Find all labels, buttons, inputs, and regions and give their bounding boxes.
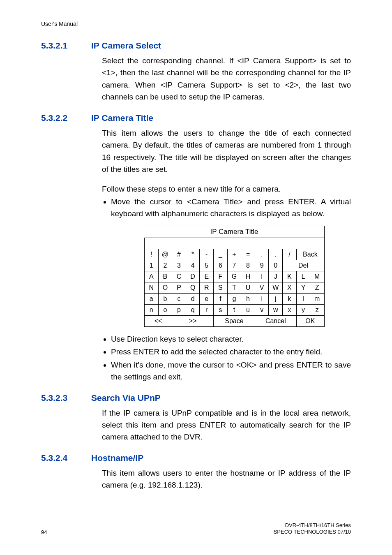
key-l-lower[interactable]: l: [296, 293, 310, 304]
heading-text: IP Camera Title: [91, 113, 153, 123]
key-A[interactable]: A: [145, 271, 159, 282]
key-3[interactable]: 3: [172, 260, 186, 271]
key-8[interactable]: 8: [241, 260, 255, 271]
key-i-lower[interactable]: i: [255, 293, 269, 304]
key-f-lower[interactable]: f: [214, 293, 228, 304]
key-comma[interactable]: ,: [255, 249, 269, 260]
key-n-lower[interactable]: n: [145, 304, 159, 315]
key-c-lower[interactable]: c: [172, 293, 186, 304]
heading-text: Hostname/IP: [91, 453, 143, 463]
key-slash[interactable]: /: [283, 249, 297, 260]
key-e-lower[interactable]: e: [200, 293, 214, 304]
key-I[interactable]: I: [255, 271, 269, 282]
key-b-lower[interactable]: b: [158, 293, 172, 304]
bullet-s2-4: When it's done, move the cursor to <OK> …: [111, 359, 351, 383]
paragraph-s1: Select the corresponding channel. If <IP…: [102, 55, 351, 103]
key-star[interactable]: *: [186, 249, 200, 260]
heading-5-3-2-2: 5.3.2.2 IP Camera Title: [41, 113, 351, 123]
key-T[interactable]: T: [227, 282, 241, 293]
footer-line2: SPECO TECHNOLOGIES 07/10: [274, 529, 351, 535]
key-F[interactable]: F: [214, 271, 228, 282]
paragraph-s3: If the IP camera is UPnP compatible and …: [102, 407, 351, 443]
virtual-keyboard: IP Camera Title ! @ # * - _ + = , .: [144, 226, 325, 327]
key-ok[interactable]: OK: [296, 315, 324, 326]
key-R[interactable]: R: [200, 282, 214, 293]
key-S[interactable]: S: [214, 282, 228, 293]
key-O[interactable]: O: [158, 282, 172, 293]
key-r-lower[interactable]: r: [200, 304, 214, 315]
key-cancel[interactable]: Cancel: [255, 315, 296, 326]
key-d-lower[interactable]: d: [186, 293, 200, 304]
bullet-s2-1: Move the cursor to <Camera Title> and pr…: [111, 196, 351, 220]
key-at[interactable]: @: [158, 249, 172, 260]
key-underscore[interactable]: _: [214, 249, 228, 260]
key-6[interactable]: 6: [214, 260, 228, 271]
key-q-lower[interactable]: q: [186, 304, 200, 315]
page-number: 94: [41, 529, 47, 535]
key-j-lower[interactable]: j: [269, 293, 283, 304]
key-D[interactable]: D: [186, 271, 200, 282]
key-dash[interactable]: -: [200, 249, 214, 260]
heading-5-3-2-1: 5.3.2.1 IP Camera Select: [41, 41, 351, 51]
key-2[interactable]: 2: [158, 260, 172, 271]
key-w-lower[interactable]: w: [269, 304, 283, 315]
key-5[interactable]: 5: [200, 260, 214, 271]
heading-number: 5.3.2.2: [41, 113, 75, 123]
key-H[interactable]: H: [241, 271, 255, 282]
heading-5-3-2-3: 5.3.2.3 Search Via UPnP: [41, 393, 351, 403]
key-back[interactable]: Back: [296, 249, 324, 260]
key-equals[interactable]: =: [241, 249, 255, 260]
key-0[interactable]: 0: [269, 260, 283, 271]
key-1[interactable]: 1: [145, 260, 159, 271]
header-title: User's Manual: [41, 21, 351, 29]
key-U[interactable]: U: [241, 282, 255, 293]
key-E[interactable]: E: [200, 271, 214, 282]
key-u-lower[interactable]: u: [241, 304, 255, 315]
keyboard-input-field[interactable]: [145, 238, 324, 249]
key-k-lower[interactable]: k: [283, 293, 297, 304]
key-x-lower[interactable]: x: [283, 304, 297, 315]
heading-5-3-2-4: 5.3.2.4 Hostname/IP: [41, 453, 351, 463]
key-v-lower[interactable]: v: [255, 304, 269, 315]
key-s-lower[interactable]: s: [214, 304, 228, 315]
key-B[interactable]: B: [158, 271, 172, 282]
key-9[interactable]: 9: [255, 260, 269, 271]
key-Z[interactable]: Z: [310, 282, 324, 293]
key-7[interactable]: 7: [227, 260, 241, 271]
bullet-s2-3: Press ENTER to add the selected characte…: [111, 346, 351, 358]
key-period[interactable]: .: [269, 249, 283, 260]
key-C[interactable]: C: [172, 271, 186, 282]
key-N[interactable]: N: [145, 282, 159, 293]
key-W[interactable]: W: [269, 282, 283, 293]
key-J[interactable]: J: [269, 271, 283, 282]
key-V[interactable]: V: [255, 282, 269, 293]
key-space[interactable]: Space: [214, 315, 255, 326]
heading-text: IP Camera Select: [91, 41, 161, 51]
key-excl[interactable]: !: [145, 249, 159, 260]
key-4[interactable]: 4: [186, 260, 200, 271]
key-o-lower[interactable]: o: [158, 304, 172, 315]
key-y-lower[interactable]: y: [296, 304, 310, 315]
key-next[interactable]: >>: [172, 315, 214, 326]
key-M[interactable]: M: [310, 271, 324, 282]
key-p-lower[interactable]: p: [172, 304, 186, 315]
key-g-lower[interactable]: g: [227, 293, 241, 304]
key-X[interactable]: X: [283, 282, 297, 293]
key-t-lower[interactable]: t: [227, 304, 241, 315]
key-h-lower[interactable]: h: [241, 293, 255, 304]
key-plus[interactable]: +: [227, 249, 241, 260]
key-K[interactable]: K: [283, 271, 297, 282]
keyboard-title: IP Camera Title: [144, 226, 324, 238]
key-prev[interactable]: <<: [145, 315, 172, 326]
key-Y[interactable]: Y: [296, 282, 310, 293]
key-G[interactable]: G: [227, 271, 241, 282]
key-Q[interactable]: Q: [186, 282, 200, 293]
key-a-lower[interactable]: a: [145, 293, 159, 304]
key-hash[interactable]: #: [172, 249, 186, 260]
footer-line1: DVR-4TH/8TH/16TH Series: [274, 522, 351, 529]
key-P[interactable]: P: [172, 282, 186, 293]
key-m-lower[interactable]: m: [310, 293, 324, 304]
key-del[interactable]: Del: [283, 260, 324, 271]
key-L[interactable]: L: [296, 271, 310, 282]
key-z-lower[interactable]: z: [310, 304, 324, 315]
